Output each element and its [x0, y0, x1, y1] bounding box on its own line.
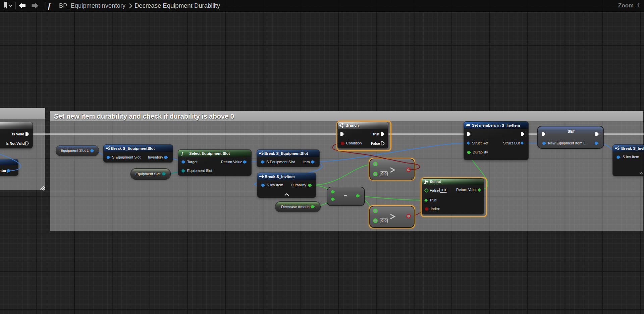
svg-text:f: f: [48, 2, 51, 10]
